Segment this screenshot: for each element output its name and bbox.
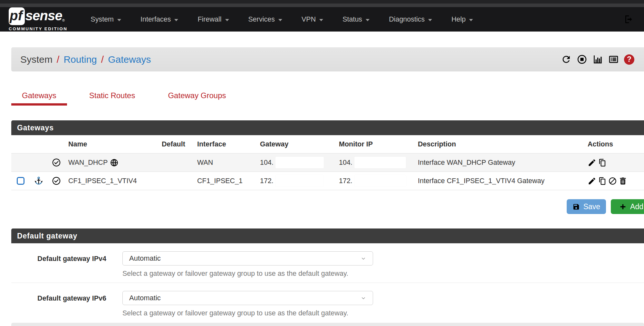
chevron-down-icon [360,255,367,262]
tab-static-routes[interactable]: Static Routes [79,91,146,106]
row-select-cell [11,177,30,185]
row-actions [584,158,644,167]
chevron-down-icon [225,19,229,21]
monitor-ip: 104. [339,159,352,167]
pfsense-logo[interactable]: pf sense ® COMMUNITY EDITION [9,7,67,31]
menu-item-label: VPN [302,15,316,23]
panel-title: Gateways [11,120,644,135]
header-gateway: Gateway [257,140,336,148]
row-status-cell [47,176,65,186]
breadcrumb-separator: / [57,54,59,65]
page-content: System / Routing / Gateways ? Gateways S… [0,47,644,326]
form-field: Automatic Select a gateway or failover g… [122,291,373,317]
logo-subtitle: COMMUNITY EDITION [9,26,67,31]
description-cell: Interface WAN_DHCP Gateway [415,159,584,167]
gateway-name: CF1_IPSEC_1_VTIV4 [68,177,137,185]
tab-gateway-groups[interactable]: Gateway Groups [157,91,236,106]
chevron-down-icon [117,19,121,21]
row-anchor-cell [30,176,47,186]
breadcrumb-separator: / [101,54,104,65]
gateways-panel: Gateways Name Default Interface Gateway … [11,120,644,190]
default-gateway-panel: Default gateway Default gateway IPv4 Aut… [11,228,644,322]
redacted-value [275,175,324,187]
delete-icon[interactable] [619,177,627,185]
log-icon[interactable] [608,54,619,65]
header-actions: Actions [584,140,644,148]
save-button[interactable]: Save [567,199,606,214]
help-icon[interactable]: ? [624,54,634,65]
row-checkbox[interactable] [17,177,24,185]
row-status-cell [47,158,65,167]
menu-item-vpn[interactable]: VPN [292,15,333,23]
menu-item-label: System [91,15,114,23]
disable-icon[interactable] [608,177,617,185]
interface-cell: CF1_IPSEC_1 [194,177,257,185]
plus-icon [619,203,627,210]
menu-item-diagnostics[interactable]: Diagnostics [379,15,442,23]
menu-item-label: Services [248,15,275,23]
copy-icon[interactable] [598,158,607,167]
edit-icon[interactable] [588,177,596,185]
anchor-icon[interactable] [34,176,43,186]
menu-item-label: Status [342,15,362,23]
logo-pf-badge: pf [9,7,25,25]
header-description: Description [415,140,584,148]
chevron-down-icon [366,19,370,21]
gateway-name-cell: CF1_IPSEC_1_VTIV4 [65,177,159,185]
tab-bar: Gateways Static Routes Gateway Groups [11,91,644,106]
add-button[interactable]: Add [611,199,644,214]
table-row: WAN_DHCP WAN 104. 104. Interface WAN_DHC… [11,154,644,172]
redacted-value [275,157,324,168]
refresh-icon[interactable] [561,54,572,65]
window-chrome-strip [0,4,644,7]
menu-item-help[interactable]: Help [442,15,483,23]
gateway-ip: 172. [260,177,274,185]
chevron-down-icon [360,294,367,302]
top-navbar: pf sense ® COMMUNITY EDITION System Inte… [0,7,644,32]
copy-icon[interactable] [598,177,607,185]
breadcrumb-link-gateways[interactable]: Gateways [108,54,151,65]
breadcrumb-link-routing[interactable]: Routing [63,54,97,65]
header-monitor-ip: Monitor IP [336,140,415,148]
field-help-text: Select a gateway or failover gateway gro… [122,270,373,278]
menu-item-label: Diagnostics [389,15,425,23]
select-value: Automatic [129,254,161,263]
form-group-ipv4: Default gateway IPv4 Automatic Select a … [11,243,644,283]
breadcrumb-section: System [20,54,53,65]
menu-item-system[interactable]: System [81,15,131,23]
form-field: Automatic Select a gateway or failover g… [122,251,373,278]
breadcrumb: System / Routing / Gateways ? [11,47,644,71]
chevron-down-icon [428,19,432,21]
form-group-ipv6: Default gateway IPv6 Automatic Select a … [11,283,644,322]
menu-item-status[interactable]: Status [333,15,379,23]
chart-icon[interactable] [592,54,603,65]
sign-out-icon[interactable] [623,14,634,24]
logo-sense-text: sense [25,7,62,23]
tab-gateways[interactable]: Gateways [11,91,67,106]
check-circle-icon [52,158,61,167]
chevron-down-icon [319,19,323,21]
table-header-row: Name Default Interface Gateway Monitor I… [11,135,644,154]
redacted-value [354,157,406,168]
stop-icon[interactable] [577,54,587,65]
menu-item-services[interactable]: Services [239,15,292,23]
chevron-down-icon [278,19,282,21]
chevron-down-icon [174,19,178,21]
menu-item-firewall[interactable]: Firewall [188,15,238,23]
menu-item-label: Firewall [197,15,221,23]
default-gateway-ipv4-select[interactable]: Automatic [122,251,373,265]
globe-icon [110,158,119,167]
chevron-down-icon [469,19,473,21]
default-gateway-ipv6-select[interactable]: Automatic [122,291,373,305]
floppy-icon [572,203,580,210]
edit-icon[interactable] [588,158,596,167]
menu-item-interfaces[interactable]: Interfaces [131,15,188,23]
add-button-label: Add [630,202,643,211]
monitor-ip-cell: 172. [336,175,415,187]
redacted-value [354,175,406,187]
button-row: Save Add [11,199,644,214]
monitor-ip-cell: 104. [336,157,415,168]
panel-title: Default gateway [11,228,644,243]
gateway-ip-cell: 104. [257,157,336,168]
header-default: Default [159,140,194,148]
